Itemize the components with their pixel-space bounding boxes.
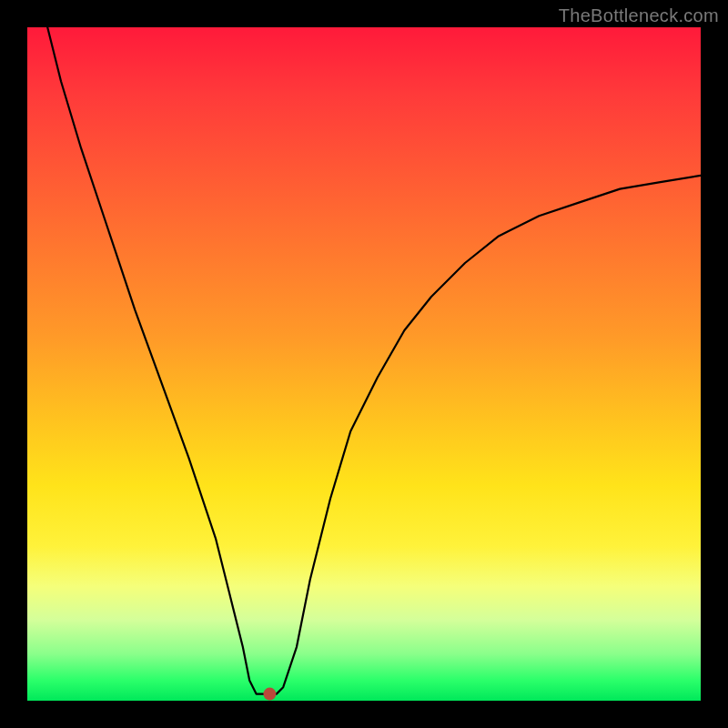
bottleneck-curve <box>47 27 701 694</box>
chart-frame: TheBottleneck.com <box>0 0 728 728</box>
watermark-text: TheBottleneck.com <box>559 5 719 26</box>
plot-area <box>27 27 701 701</box>
curve-svg <box>27 27 701 701</box>
optimum-marker <box>263 688 276 701</box>
